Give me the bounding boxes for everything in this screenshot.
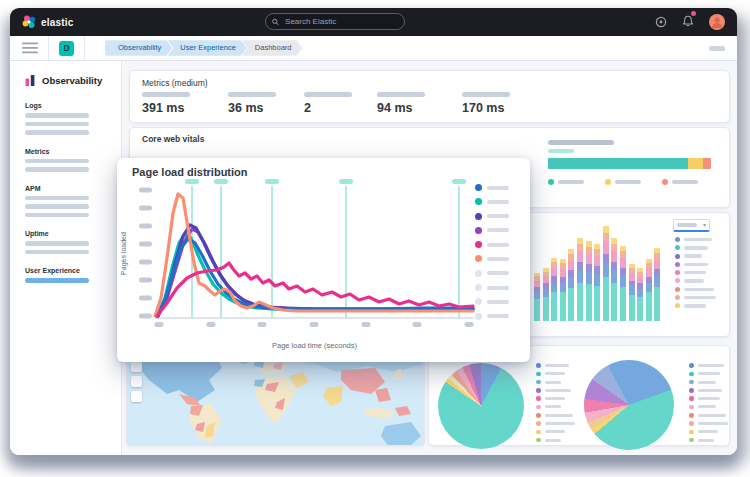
metric-value: 2 <box>304 101 352 115</box>
legend-item <box>689 404 728 409</box>
legend-dot <box>675 287 680 292</box>
logo-text: elastic <box>41 17 74 28</box>
skeleton-line <box>25 159 89 164</box>
map-expand-button[interactable] <box>131 391 142 402</box>
bar-column[interactable] <box>620 246 626 321</box>
legend-dot <box>475 213 482 220</box>
chart-filter-dropdown[interactable]: ▾ <box>673 219 710 232</box>
breadcrumb: ObservabilityUser ExperienceDashboard <box>105 40 303 56</box>
map-zoom-in-button[interactable] <box>131 361 142 372</box>
legend-label-skeleton <box>684 279 704 283</box>
sidebar-item-logs[interactable]: Logs <box>25 102 107 135</box>
legend-dot <box>689 372 694 377</box>
bar-column[interactable] <box>594 244 600 321</box>
legend-dot <box>536 380 541 385</box>
bar-segment <box>577 244 583 251</box>
bar-segment <box>620 251 626 258</box>
legend-item <box>675 237 716 242</box>
legend-label-skeleton <box>698 364 724 367</box>
bar-segment <box>629 295 635 321</box>
bar-column[interactable] <box>586 241 592 321</box>
y-tick-skeleton <box>139 314 152 319</box>
bar-segment <box>543 289 549 297</box>
sidebar-item-label: Metrics <box>25 148 107 155</box>
bar-column[interactable] <box>603 226 609 321</box>
skeleton-line <box>25 122 89 127</box>
y-tick-skeleton <box>139 278 152 283</box>
bar-column[interactable] <box>560 259 566 321</box>
help-icon[interactable] <box>655 16 667 28</box>
bar-segment <box>611 244 617 251</box>
bar-segment <box>568 270 574 277</box>
elastic-logo[interactable]: elastic <box>22 15 74 29</box>
metric-column: 170 ms <box>462 92 510 115</box>
legend-item <box>675 278 716 283</box>
bar-segment <box>594 266 600 274</box>
y-tick-skeleton <box>139 296 152 301</box>
bar-column[interactable] <box>568 249 574 321</box>
bar-column[interactable] <box>654 248 660 321</box>
page-load-distribution-popup: Page load distribution Pages loaded Page… <box>117 158 530 362</box>
legend-item <box>689 413 728 418</box>
breadcrumb-item-observability[interactable]: Observability <box>105 40 172 56</box>
menu-hamburger-icon[interactable] <box>22 42 38 54</box>
legend-label-skeleton <box>684 288 714 292</box>
bar-column[interactable] <box>637 268 643 321</box>
skeleton-line <box>25 130 89 135</box>
bar-column[interactable] <box>534 273 540 321</box>
map-zoom-out-button[interactable] <box>131 376 142 387</box>
cwv-bar-segment <box>703 158 711 169</box>
legend-dot <box>536 430 541 435</box>
sidebar-item-uptime[interactable]: Uptime <box>25 230 107 254</box>
search-input[interactable] <box>283 16 398 27</box>
sidebar-item-user-experience[interactable]: User Experience <box>25 267 107 283</box>
pie-chart-left[interactable] <box>438 363 524 449</box>
legend-dot <box>689 396 694 401</box>
search-icon <box>272 18 279 26</box>
bar-column[interactable] <box>577 238 583 321</box>
bar-column[interactable] <box>629 264 635 321</box>
page-load-distribution-chart[interactable] <box>117 158 530 362</box>
skeleton-line <box>25 204 89 209</box>
bar-column[interactable] <box>611 238 617 321</box>
legend-label-skeleton <box>545 364 569 367</box>
bar-column[interactable] <box>543 268 549 321</box>
bar-segment <box>654 260 660 269</box>
metric-column: 36 ms <box>228 92 276 115</box>
skeleton-line <box>25 213 89 218</box>
space-badge[interactable]: D <box>59 41 74 56</box>
legend-label-skeleton <box>545 430 565 433</box>
global-search[interactable] <box>265 13 405 30</box>
bar-segment <box>560 292 566 321</box>
legend-label-skeleton <box>698 397 720 400</box>
legend-label-skeleton <box>684 304 706 308</box>
legend-item <box>689 388 728 393</box>
bar-segment <box>603 254 609 264</box>
legend-item <box>675 254 716 259</box>
breadcrumb-item-dashboard[interactable]: Dashboard <box>242 40 303 56</box>
bar-segment <box>568 277 574 288</box>
metric-value: 170 ms <box>462 101 510 115</box>
legend-item <box>689 396 728 401</box>
sidebar-item-apm[interactable]: APM <box>25 185 107 218</box>
bar-column[interactable] <box>646 259 652 321</box>
user-avatar[interactable] <box>709 14 725 30</box>
legend-item <box>536 421 575 426</box>
metric-value: 36 ms <box>228 101 276 115</box>
notifications-button[interactable] <box>682 13 694 31</box>
sidebar-item-metrics[interactable]: Metrics <box>25 148 107 172</box>
skeleton-line <box>548 140 614 145</box>
metric-label-skeleton <box>462 92 510 97</box>
metric-label-skeleton <box>142 92 190 97</box>
legend-dot <box>536 421 541 426</box>
navbar-skeleton-item <box>709 46 725 51</box>
main-content: Metrics (medium) 391 ms36 ms294 ms170 ms… <box>122 61 737 455</box>
pie-chart-right[interactable] <box>584 360 674 450</box>
legend-dot <box>689 421 694 426</box>
legend-item <box>475 226 509 235</box>
breadcrumb-item-user-experience[interactable]: User Experience <box>167 40 246 56</box>
bar-column[interactable] <box>551 258 557 321</box>
cwv-right-block <box>548 140 713 185</box>
bar-segment <box>637 277 643 284</box>
legend-item <box>475 197 509 206</box>
